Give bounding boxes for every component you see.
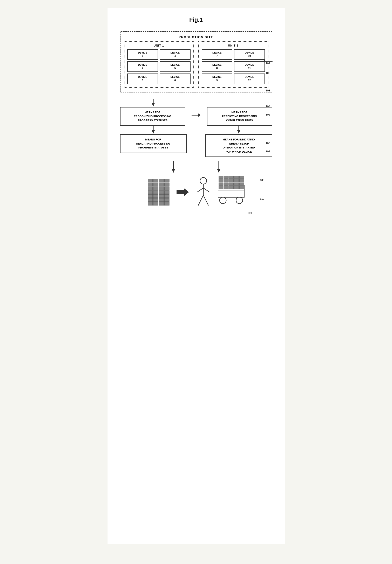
svg-rect-37 bbox=[153, 202, 158, 206]
svg-rect-59 bbox=[229, 183, 234, 186]
svg-rect-27 bbox=[164, 191, 169, 194]
bottom-refs: 108 110 109 bbox=[243, 177, 272, 218]
production-site-label: PRODUCTION SITE bbox=[124, 35, 268, 39]
device-8: DEVICE8 bbox=[202, 61, 233, 72]
device-1: DEVICE1 bbox=[127, 49, 158, 60]
mid-arrows bbox=[120, 126, 272, 134]
svg-rect-35 bbox=[164, 198, 169, 202]
arrow-down-1 bbox=[150, 99, 272, 107]
svg-rect-49 bbox=[229, 176, 234, 179]
svg-marker-3 bbox=[152, 103, 155, 107]
device-9: DEVICE9 bbox=[202, 73, 233, 84]
ref-105: 105 bbox=[266, 142, 270, 145]
svg-rect-14 bbox=[159, 179, 164, 182]
svg-rect-52 bbox=[219, 179, 223, 182]
box-107: MEANS FOR INDICATINGWHEN A SETUPOPERATIO… bbox=[205, 134, 272, 157]
unit2-devices: DEVICE7 DEVICE10 DEVICE8 DEVICE11 DEVICE… bbox=[202, 49, 265, 84]
units-row: UNIT 1 DEVICE1 DEVICE4 DEVICE2 DEVICE5 D… bbox=[124, 41, 268, 88]
svg-marker-40 bbox=[177, 188, 189, 196]
svg-point-69 bbox=[236, 197, 243, 204]
svg-rect-58 bbox=[224, 183, 228, 186]
svg-rect-36 bbox=[148, 202, 153, 206]
svg-rect-63 bbox=[224, 186, 228, 189]
ref-102: 103 bbox=[266, 71, 270, 75]
svg-rect-24 bbox=[148, 191, 153, 194]
device-2: DEVICE2 bbox=[127, 61, 158, 72]
figure-title: Fig.1 bbox=[120, 16, 272, 23]
box-104: MEANS FORRECOGNIZING PROCESSINGPROGRESS … bbox=[120, 107, 185, 126]
unit1-box: UNIT 1 DEVICE1 DEVICE4 DEVICE2 DEVICE5 D… bbox=[124, 41, 194, 88]
box-106-text: MEANS FORPREDICTING PROCESSINGCOMPLETION… bbox=[222, 110, 257, 123]
flow-section: MEANS FORRECOGNIZING PROCESSINGPROGRESS … bbox=[120, 107, 272, 157]
svg-rect-47 bbox=[219, 176, 223, 179]
unit2-box: UNIT 2 DEVICE7 DEVICE10 DEVICE8 DEVICE11… bbox=[198, 41, 268, 88]
svg-rect-55 bbox=[234, 179, 239, 182]
cart-with-stack bbox=[218, 176, 245, 209]
arrow-right-1 bbox=[192, 113, 201, 117]
svg-rect-67 bbox=[218, 190, 245, 197]
ref-108: 108 bbox=[260, 179, 265, 182]
big-arrow bbox=[177, 188, 189, 197]
svg-rect-12 bbox=[148, 179, 153, 182]
svg-rect-62 bbox=[219, 186, 223, 189]
unit1-devices: DEVICE1 DEVICE4 DEVICE2 DEVICE5 DEVICE3 … bbox=[127, 49, 191, 84]
device-10: DEVICE10 bbox=[234, 49, 265, 60]
svg-rect-34 bbox=[159, 198, 164, 202]
svg-rect-54 bbox=[229, 179, 234, 182]
svg-rect-13 bbox=[153, 179, 158, 182]
box-104-text: MEANS FORRECOGNIZING PROCESSINGPROGRESS … bbox=[134, 110, 171, 123]
box-107-text: MEANS FOR INDICATINGWHEN A SETUPOPERATIO… bbox=[223, 138, 255, 154]
svg-rect-51 bbox=[239, 176, 244, 179]
svg-marker-5 bbox=[152, 130, 155, 134]
ref-103: 103 bbox=[266, 89, 270, 92]
svg-rect-61 bbox=[239, 183, 244, 186]
svg-rect-26 bbox=[159, 191, 164, 194]
left-stack-svg: // drawn inline below bbox=[148, 179, 170, 206]
device-5: DEVICE5 bbox=[160, 61, 191, 72]
svg-marker-11 bbox=[217, 169, 220, 173]
svg-marker-9 bbox=[172, 169, 175, 173]
unit2-label: UNIT 2 bbox=[202, 44, 265, 47]
page: Fig.1 PRODUCTION SITE UNIT 1 DEVICE1 DEV… bbox=[108, 8, 285, 544]
ref-104: 104 bbox=[266, 105, 270, 108]
svg-rect-22 bbox=[159, 187, 164, 190]
ref-107: 107 bbox=[266, 150, 270, 153]
svg-rect-33 bbox=[153, 198, 158, 202]
ref-106: 106 bbox=[266, 113, 270, 116]
svg-line-45 bbox=[198, 195, 203, 206]
svg-rect-50 bbox=[234, 176, 239, 179]
svg-rect-53 bbox=[224, 179, 228, 182]
svg-rect-17 bbox=[153, 183, 158, 186]
svg-rect-57 bbox=[219, 183, 223, 186]
ref-110: 110 bbox=[260, 197, 265, 200]
svg-marker-1 bbox=[262, 60, 265, 63]
svg-line-43 bbox=[197, 188, 203, 192]
big-arrow-svg bbox=[177, 188, 189, 196]
svg-rect-60 bbox=[234, 183, 239, 186]
production-site-box: PRODUCTION SITE UNIT 1 DEVICE1 DEVICE4 D… bbox=[120, 31, 272, 93]
svg-rect-29 bbox=[153, 194, 158, 198]
svg-rect-15 bbox=[164, 179, 169, 182]
person-figure bbox=[195, 177, 211, 208]
svg-rect-18 bbox=[159, 183, 164, 186]
svg-rect-30 bbox=[159, 194, 164, 198]
svg-point-68 bbox=[220, 197, 226, 204]
svg-rect-65 bbox=[234, 186, 239, 189]
svg-rect-16 bbox=[148, 183, 153, 186]
svg-marker-7 bbox=[237, 130, 240, 134]
device-4: DEVICE4 bbox=[160, 49, 191, 60]
svg-rect-23 bbox=[164, 187, 169, 190]
svg-rect-48 bbox=[224, 176, 228, 179]
svg-rect-28 bbox=[148, 194, 153, 198]
svg-rect-38 bbox=[159, 202, 164, 206]
left-stack: // drawn inline below bbox=[148, 179, 170, 206]
box-105: MEANS FORINDICATING PROCESSINGPROGRESS S… bbox=[120, 134, 187, 153]
box-106: MEANS FORPREDICTING PROCESSINGCOMPLETION… bbox=[207, 107, 272, 126]
svg-rect-32 bbox=[148, 198, 153, 202]
device-11: DEVICE11 bbox=[234, 61, 265, 72]
arrows-to-person bbox=[120, 161, 272, 174]
cart-svg bbox=[218, 176, 245, 209]
arrow-left-to-person bbox=[167, 161, 180, 174]
svg-line-44 bbox=[203, 188, 210, 192]
svg-rect-39 bbox=[164, 202, 169, 206]
